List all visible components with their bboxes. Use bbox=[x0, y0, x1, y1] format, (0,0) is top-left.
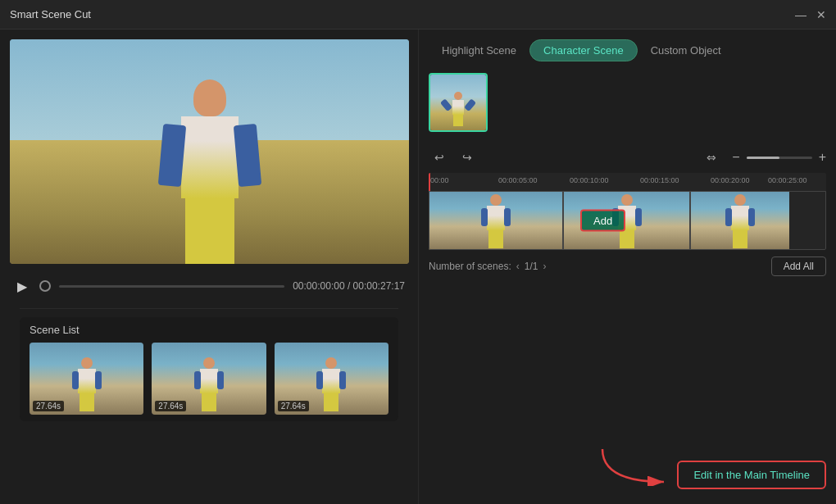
app-title: Smart Scene Cut bbox=[10, 8, 91, 20]
char-thumb-bg-1 bbox=[430, 75, 486, 130]
edit-main-timeline-button[interactable]: Edit in the Main Timeline bbox=[677, 461, 826, 489]
undo-icon: ↩ bbox=[434, 151, 444, 164]
scene-thumb-1[interactable]: 27.64s bbox=[30, 343, 143, 415]
scene-list-items: 27.64s 27.64s bbox=[30, 343, 388, 415]
left-panel: ▶ 00:00:00:00 / 00:00:27:17 Scene List bbox=[0, 30, 418, 504]
sleeve-right bbox=[233, 124, 261, 187]
spacer bbox=[429, 276, 826, 461]
tab-character[interactable]: Character Scene bbox=[529, 39, 638, 61]
track-clip-3[interactable] bbox=[691, 191, 789, 250]
close-button[interactable]: ✕ bbox=[816, 9, 826, 20]
mini-person-2 bbox=[197, 357, 221, 406]
sleeve-left bbox=[157, 124, 185, 187]
scene-thumb-2[interactable]: 27.64s bbox=[152, 343, 266, 415]
redo-button[interactable]: ↪ bbox=[457, 147, 478, 168]
scene-count-nav: Number of scenes: ‹ 1/1 › bbox=[429, 261, 546, 272]
add-all-button[interactable]: Add All bbox=[771, 257, 826, 276]
progress-handle[interactable] bbox=[39, 280, 51, 292]
scene-duration-3: 27.64s bbox=[278, 401, 309, 411]
scene-duration-1: 27.64s bbox=[33, 401, 64, 411]
scene-thumb-3[interactable]: 27.64s bbox=[275, 343, 388, 415]
zoom-minus-button[interactable]: − bbox=[732, 150, 739, 165]
expand-icon: ⇔ bbox=[707, 151, 716, 164]
tab-custom[interactable]: Custom Object bbox=[638, 40, 734, 61]
mini-person-1 bbox=[75, 357, 99, 406]
scene-prev-button[interactable]: ‹ bbox=[516, 261, 520, 272]
zoom-fill bbox=[747, 157, 779, 159]
panel-divider bbox=[20, 308, 398, 309]
timeline-track[interactable]: Add bbox=[429, 191, 826, 250]
char-thumb-1[interactable] bbox=[429, 73, 488, 132]
tick-1: 00:00:05:00 bbox=[498, 176, 538, 184]
play-button[interactable]: ▶ bbox=[13, 277, 31, 295]
mini-person-3 bbox=[319, 357, 343, 406]
tab-highlight[interactable]: Highlight Scene bbox=[429, 40, 529, 61]
character-scene-thumbs bbox=[429, 73, 826, 138]
person-legs bbox=[185, 198, 234, 264]
video-preview-bg bbox=[10, 39, 409, 264]
track-clip-1[interactable] bbox=[429, 191, 564, 250]
scene-duration-2: 27.64s bbox=[155, 401, 186, 411]
title-bar: Smart Scene Cut — ✕ bbox=[0, 0, 836, 30]
main-content: ▶ 00:00:00:00 / 00:00:27:17 Scene List bbox=[0, 30, 836, 504]
minimize-button[interactable]: — bbox=[795, 9, 806, 20]
video-preview bbox=[10, 39, 409, 264]
tick-2: 00:00:10:00 bbox=[570, 176, 609, 184]
scene-count-label: Number of scenes: bbox=[429, 261, 511, 272]
clip-figure-1 bbox=[484, 194, 508, 243]
undo-button[interactable]: ↩ bbox=[429, 147, 450, 168]
timeline-controls: ↩ ↪ ⇔ − + bbox=[429, 147, 826, 168]
zoom-plus-button[interactable]: + bbox=[819, 150, 826, 165]
tick-0: 00:00 bbox=[430, 176, 449, 184]
tick-4: 00:00:20:00 bbox=[711, 176, 750, 184]
scene-count-value: 1/1 bbox=[525, 261, 538, 272]
scene-list-section: Scene List 27.64s bbox=[20, 317, 398, 421]
expand-button[interactable]: ⇔ bbox=[701, 147, 722, 168]
window-controls: — ✕ bbox=[795, 9, 826, 20]
zoom-bar[interactable] bbox=[747, 157, 812, 159]
video-controls: ▶ 00:00:00:00 / 00:00:27:17 bbox=[10, 272, 408, 300]
red-arrow-icon bbox=[598, 441, 672, 486]
person-head bbox=[193, 79, 226, 116]
current-time: 00:00:00:00 / 00:00:27:17 bbox=[293, 280, 405, 292]
person-figure bbox=[181, 79, 239, 264]
scene-list-title: Scene List bbox=[30, 324, 388, 336]
tick-3: 00:00:15:00 bbox=[640, 176, 679, 184]
timeline-ruler: 00:00 00:00:05:00 00:00:10:00 00:00:15:0… bbox=[429, 173, 826, 191]
play-icon: ▶ bbox=[17, 279, 27, 294]
scene-count-bar: Number of scenes: ‹ 1/1 › Add All bbox=[429, 257, 826, 276]
person-torso bbox=[181, 116, 239, 198]
arms-up-figure bbox=[447, 92, 470, 126]
edit-btn-area: Edit in the Main Timeline bbox=[429, 461, 826, 494]
progress-bar[interactable] bbox=[59, 285, 284, 288]
scene-tabs: Highlight Scene Character Scene Custom O… bbox=[429, 39, 826, 61]
clip-figure-3 bbox=[728, 194, 752, 243]
right-panel: Highlight Scene Character Scene Custom O… bbox=[418, 30, 836, 504]
scene-next-button[interactable]: › bbox=[543, 261, 546, 272]
tick-5: 00:00:25:00 bbox=[768, 176, 807, 184]
add-clip-button[interactable]: Add bbox=[580, 210, 625, 232]
redo-icon: ↪ bbox=[462, 151, 472, 164]
